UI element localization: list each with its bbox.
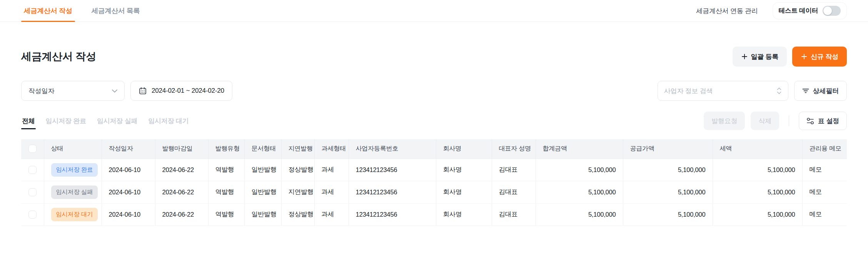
cell-total: 5,100,000 bbox=[536, 159, 623, 181]
cell-doc-type: 일반발행 bbox=[244, 203, 281, 226]
status-tab-all[interactable]: 전체 bbox=[21, 112, 36, 130]
test-data-pill: 테스트 데이터 bbox=[773, 2, 847, 19]
row-checkbox[interactable] bbox=[28, 211, 37, 219]
status-tabs: 전체 임시저장 완료 임시저장 실패 임시저장 대기 bbox=[21, 112, 190, 130]
cell-supply: 5,100,000 bbox=[623, 159, 713, 181]
bulk-register-label: 일괄 등록 bbox=[751, 52, 779, 61]
table-settings-button[interactable]: 표 설정 bbox=[799, 112, 847, 130]
cell-memo: 메모 bbox=[802, 159, 847, 181]
column-header-biz-no: 사업자등록번호 bbox=[349, 139, 436, 159]
plus-icon bbox=[741, 53, 748, 60]
table-row[interactable]: 임시저장 실패 2024-06-10 2024-06-22 역발행 일반발행 지… bbox=[21, 181, 847, 203]
cell-tax: 5,100,000 bbox=[713, 181, 802, 203]
column-header-total: 합계금액 bbox=[536, 139, 623, 159]
date-type-value: 작성일자 bbox=[28, 87, 54, 95]
cell-tax: 5,100,000 bbox=[713, 203, 802, 226]
status-badge: 임시저장 실패 bbox=[51, 185, 98, 199]
column-header-issue-type: 발행유형 bbox=[208, 139, 244, 159]
cell-ceo: 김대표 bbox=[492, 159, 536, 181]
cell-company: 회사명 bbox=[436, 159, 492, 181]
cell-ceo: 김대표 bbox=[492, 181, 536, 203]
cell-created: 2024-06-10 bbox=[102, 181, 155, 203]
column-header-supply: 공급가액 bbox=[623, 139, 713, 159]
cell-tax-type: 과세 bbox=[314, 203, 349, 226]
row-checkbox[interactable] bbox=[28, 188, 37, 196]
top-navigation: 세금계산서 작성 세금계산서 목록 세금계산서 연동 관리 테스트 데이터 bbox=[0, 0, 868, 22]
column-header-ceo: 대표자 성명 bbox=[492, 139, 536, 159]
cell-delay: 지연발행 bbox=[281, 181, 314, 203]
test-data-toggle[interactable] bbox=[823, 6, 841, 16]
status-actions: 발행요청 삭제 표 설정 bbox=[704, 112, 847, 130]
cell-memo: 메모 bbox=[802, 181, 847, 203]
delete-button[interactable]: 삭제 bbox=[751, 112, 779, 130]
date-type-select[interactable]: 작성일자 bbox=[21, 81, 125, 101]
tab-invoice-list[interactable]: 세금계산서 목록 bbox=[89, 0, 143, 22]
search-placeholder: 사업자 정보 검색 bbox=[664, 87, 713, 95]
top-nav-tabs: 세금계산서 작성 세금계산서 목록 bbox=[21, 0, 143, 22]
status-badge: 임시저장 대기 bbox=[51, 208, 98, 221]
filter-lines-icon bbox=[802, 88, 809, 94]
status-badge: 임시저장 완료 bbox=[51, 163, 98, 177]
cell-total: 5,100,000 bbox=[536, 203, 623, 226]
table-row[interactable]: 임시저장 대기 2024-06-10 2024-06-22 역발행 일반발행 정… bbox=[21, 203, 847, 226]
column-header-created: 작성일자 bbox=[102, 139, 155, 159]
cell-deadline: 2024-06-22 bbox=[155, 159, 208, 181]
cell-tax-type: 과세 bbox=[314, 159, 349, 181]
cell-doc-type: 일반발행 bbox=[244, 159, 281, 181]
invoice-table: 상태 작성일자 발행마감일 발행유형 문서형태 지연발행 과세형태 사업자등록번… bbox=[21, 139, 847, 226]
column-header-tax: 세액 bbox=[713, 139, 802, 159]
select-all-checkbox[interactable] bbox=[28, 145, 37, 153]
bulk-register-button[interactable]: 일괄 등록 bbox=[733, 47, 787, 67]
top-nav-right: 세금계산서 연동 관리 테스트 데이터 bbox=[696, 0, 847, 22]
header-buttons: 일괄 등록 신규 작성 bbox=[733, 47, 847, 67]
chevron-down-icon bbox=[112, 89, 117, 93]
date-range-picker[interactable]: 2024-02-01 ~ 2024-02-20 bbox=[130, 81, 232, 101]
test-data-label: 테스트 데이터 bbox=[779, 7, 818, 15]
date-range-value: 2024-02-01 ~ 2024-02-20 bbox=[152, 87, 224, 95]
tab-invoice-create[interactable]: 세금계산서 작성 bbox=[21, 0, 75, 22]
column-header-doc-type: 문서형태 bbox=[244, 139, 281, 159]
new-create-label: 신규 작성 bbox=[811, 52, 838, 61]
cell-biz-no: 123412123456 bbox=[349, 181, 436, 203]
page-header: 세금계산서 작성 일괄 등록 신규 작성 bbox=[0, 47, 868, 67]
cell-doc-type: 일반발행 bbox=[244, 181, 281, 203]
row-checkbox[interactable] bbox=[28, 166, 37, 174]
status-tab-saved[interactable]: 임시저장 완료 bbox=[45, 112, 87, 130]
toggle-knob bbox=[823, 7, 832, 15]
cell-issue-type: 역발행 bbox=[208, 181, 244, 203]
table-row[interactable]: 임시저장 완료 2024-06-10 2024-06-22 역발행 일반발행 정… bbox=[21, 159, 847, 181]
cell-biz-no: 123412123456 bbox=[349, 159, 436, 181]
cell-supply: 5,100,000 bbox=[623, 203, 713, 226]
cell-delay: 정상발행 bbox=[281, 159, 314, 181]
column-header-memo: 관리용 메모 bbox=[802, 139, 847, 159]
status-row: 전체 임시저장 완료 임시저장 실패 임시저장 대기 발행요청 삭제 표 설정 bbox=[0, 112, 868, 130]
cell-created: 2024-06-10 bbox=[102, 203, 155, 226]
table-header-row: 상태 작성일자 발행마감일 발행유형 문서형태 지연발행 과세형태 사업자등록번… bbox=[21, 139, 847, 159]
issue-request-button[interactable]: 발행요청 bbox=[704, 112, 745, 130]
cell-ceo: 김대표 bbox=[492, 203, 536, 226]
new-create-button[interactable]: 신규 작성 bbox=[792, 47, 847, 67]
status-tab-failed[interactable]: 임시저장 실패 bbox=[96, 112, 138, 130]
filter-left: 작성일자 2024-02-01 ~ 2024-02-20 bbox=[21, 81, 232, 101]
detail-filter-button[interactable]: 상세필터 bbox=[794, 81, 847, 101]
vertical-divider bbox=[789, 115, 789, 126]
plus-icon bbox=[801, 53, 808, 60]
detail-filter-label: 상세필터 bbox=[813, 87, 839, 95]
business-search-select[interactable]: 사업자 정보 검색 bbox=[658, 81, 788, 101]
table-settings-label: 표 설정 bbox=[818, 117, 839, 125]
status-tab-waiting[interactable]: 임시저장 대기 bbox=[147, 112, 189, 130]
cell-created: 2024-06-10 bbox=[102, 159, 155, 181]
cell-biz-no: 123412123456 bbox=[349, 203, 436, 226]
sliders-icon bbox=[806, 117, 814, 125]
column-header-status: 상태 bbox=[44, 139, 102, 159]
cell-issue-type: 역발행 bbox=[208, 203, 244, 226]
chevron-up-down-icon bbox=[776, 87, 782, 95]
invoice-sync-manage-link[interactable]: 세금계산서 연동 관리 bbox=[696, 7, 758, 15]
cell-tax: 5,100,000 bbox=[713, 159, 802, 181]
column-header-delay: 지연발행 bbox=[281, 139, 314, 159]
filter-right: 사업자 정보 검색 상세필터 bbox=[658, 81, 847, 101]
cell-total: 5,100,000 bbox=[536, 181, 623, 203]
cell-supply: 5,100,000 bbox=[623, 181, 713, 203]
cell-deadline: 2024-06-22 bbox=[155, 203, 208, 226]
column-header-deadline: 발행마감일 bbox=[155, 139, 208, 159]
